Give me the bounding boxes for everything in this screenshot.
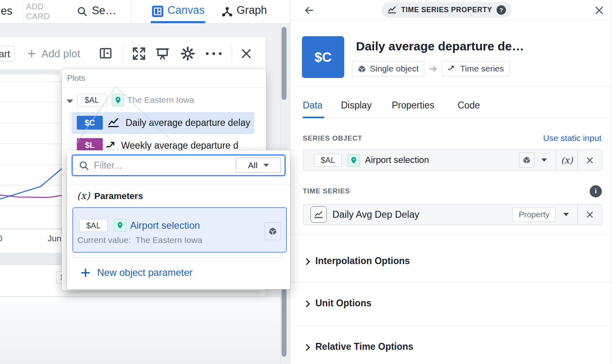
use-static-input-link[interactable]: Use static input (543, 133, 601, 143)
caret-down-icon[interactable] (541, 158, 547, 162)
time-series-value: Daily Avg Dep Delay (332, 209, 419, 220)
search-icon[interactable] (76, 6, 88, 17)
search-button-label[interactable]: Se… (92, 4, 116, 17)
parameter-tag: $AL (79, 219, 108, 232)
x-axis-label-left: 0 (0, 234, 2, 243)
chevron-down-icon[interactable] (67, 100, 73, 103)
new-object-parameter-button[interactable]: New object parameter (97, 267, 193, 278)
add-card-button[interactable]: ADD CARD (26, 2, 56, 21)
time-series-heading: TIME SERIES (303, 187, 350, 195)
plot-row-tag[interactable]: $L (77, 138, 103, 152)
tab-graph[interactable]: Graph (237, 4, 267, 17)
section-relative-time-options[interactable]: Relative Time Options (290, 341, 612, 358)
section-unit-options[interactable]: Unit Options (290, 298, 612, 314)
fx-toggle-button[interactable]: (x) (556, 150, 577, 170)
close-panel-icon[interactable] (594, 5, 605, 16)
gear-icon[interactable] (180, 46, 195, 61)
cube-icon (358, 65, 366, 73)
tree-indent-line (70, 111, 70, 150)
current-value-label: Current value: (77, 235, 131, 245)
chevron-right-icon (303, 343, 312, 352)
tab-canvas[interactable]: Canvas (167, 4, 205, 17)
card-tile: $C (302, 36, 344, 78)
type-source-badge: Single object (352, 61, 424, 76)
filter-input[interactable] (94, 158, 236, 173)
plots-popover-title: Plots (67, 74, 85, 83)
remove-time-series-button[interactable] (577, 204, 602, 225)
type-signature: Single object Time series (352, 61, 510, 76)
section-label: Interpolation Options (315, 256, 410, 266)
plot-row-label[interactable]: Weekly average departure d (121, 140, 239, 151)
cube-icon (268, 227, 277, 236)
toolbar-divider (232, 43, 232, 62)
plus-icon (80, 267, 91, 278)
divider (290, 234, 612, 235)
close-icon (586, 210, 594, 219)
panel-header: TIME SERIES PROPERTY ? (290, 0, 612, 20)
divider (290, 86, 612, 87)
close-card-icon[interactable] (240, 47, 253, 60)
tab-code[interactable]: Code (458, 100, 480, 111)
canvas-tab-icon[interactable] (152, 6, 163, 17)
plot-row-label[interactable]: Daily average departure delay (126, 117, 250, 128)
trending-icon (447, 64, 456, 73)
graph-tab-icon[interactable] (221, 5, 233, 17)
more-icon[interactable] (205, 51, 223, 56)
canvas-empty-area (0, 297, 280, 364)
type-target-badge: Time series (442, 61, 510, 76)
section-label: Relative Time Options (315, 341, 413, 352)
tab-properties[interactable]: Properties (392, 100, 434, 111)
presentation-icon[interactable] (155, 46, 170, 61)
type-target-label: Time series (460, 64, 504, 74)
parameter-item[interactable]: $AL Airport selection Current value: The… (72, 207, 287, 253)
tab-data[interactable]: Data (303, 100, 323, 111)
filter-scope-label: All (248, 160, 257, 170)
vertical-scrollbar-thumb[interactable] (282, 288, 286, 357)
section-interpolation-options[interactable]: Interpolation Options (290, 256, 612, 272)
current-value-text: The Eastern Iowa (135, 235, 202, 245)
filter-popover: All (x) Parameters $AL Airport selection… (67, 150, 290, 289)
time-series-row: Daily Avg Dep Delay Property (303, 204, 602, 225)
x-axis-label-right: Jun (48, 234, 61, 243)
clipped-tab[interactable]: es (1, 5, 13, 17)
chevron-right-icon (303, 299, 312, 308)
layout-panel-icon[interactable] (98, 46, 113, 61)
fx-icon: (x) (77, 190, 90, 202)
divider (290, 118, 612, 119)
top-toolbar: es ADD CARD Se… Canvas Graph (0, 0, 290, 23)
filter-scope-dropdown[interactable]: All (236, 158, 281, 173)
search-icon (78, 160, 89, 171)
caret-down-icon[interactable] (563, 213, 569, 216)
map-pin-icon (114, 219, 126, 232)
active-tab-underline (151, 21, 205, 23)
divider (62, 87, 266, 88)
object-cube-button[interactable] (519, 152, 534, 168)
properties-panel: TIME SERIES PROPERTY ? $C Daily average … (290, 0, 612, 364)
group-tag[interactable]: $AL (77, 94, 106, 106)
remove-series-object-button[interactable] (577, 150, 602, 170)
section-label: Unit Options (315, 298, 371, 309)
arrow-right-icon (428, 64, 438, 74)
chart-type-button[interactable]: art (0, 46, 15, 61)
page-title: Daily average departure de… (356, 39, 524, 53)
help-icon[interactable]: ? (497, 5, 506, 15)
plus-icon (27, 49, 37, 58)
divider (290, 282, 612, 283)
divider (290, 326, 612, 327)
plot-row-tag[interactable]: $C (77, 116, 103, 130)
map-pin-icon (112, 94, 124, 106)
vertical-scrollbar-thumb[interactable] (282, 27, 286, 100)
object-cube-button[interactable] (265, 222, 281, 240)
line-chart-icon (387, 5, 397, 15)
tab-display[interactable]: Display (341, 100, 371, 111)
maximize-icon[interactable] (132, 46, 146, 61)
series-object-row: $AL Airport selection (x) (303, 150, 602, 171)
chevron-right-icon (303, 257, 312, 266)
info-icon[interactable]: i (590, 185, 602, 197)
group-label[interactable]: The Eastern Iowa (127, 95, 194, 105)
close-icon (586, 156, 594, 165)
add-plot-button[interactable]: Add plot (41, 48, 80, 60)
divider (73, 257, 284, 258)
time-series-type-chip[interactable]: Property (512, 208, 556, 222)
back-arrow-icon[interactable] (304, 5, 315, 16)
